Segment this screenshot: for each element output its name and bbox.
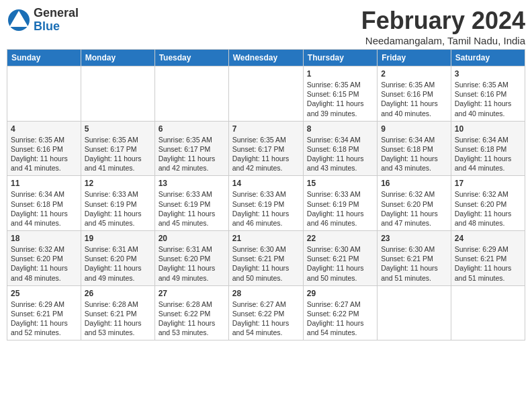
day-info: Sunrise: 6:28 AM Sunset: 6:21 PM Dayligh… xyxy=(85,300,151,338)
calendar-cell: 26Sunrise: 6:28 AM Sunset: 6:21 PM Dayli… xyxy=(81,285,154,340)
header-friday: Friday xyxy=(378,50,451,66)
day-info: Sunrise: 6:30 AM Sunset: 6:21 PM Dayligh… xyxy=(232,244,300,283)
day-number: 14 xyxy=(232,179,300,188)
calendar-cell xyxy=(451,285,525,340)
day-number: 29 xyxy=(307,289,373,298)
calendar-cell: 2Sunrise: 6:35 AM Sunset: 6:16 PM Daylig… xyxy=(378,66,451,122)
day-info: Sunrise: 6:30 AM Sunset: 6:21 PM Dayligh… xyxy=(381,244,447,283)
day-number: 9 xyxy=(381,124,447,134)
day-number: 11 xyxy=(11,179,77,188)
day-info: Sunrise: 6:35 AM Sunset: 6:16 PM Dayligh… xyxy=(381,80,447,118)
day-info: Sunrise: 6:35 AM Sunset: 6:17 PM Dayligh… xyxy=(159,135,225,173)
calendar-cell: 4Sunrise: 6:35 AM Sunset: 6:16 PM Daylig… xyxy=(7,121,81,176)
day-number: 5 xyxy=(85,124,151,134)
day-info: Sunrise: 6:34 AM Sunset: 6:18 PM Dayligh… xyxy=(455,135,521,173)
day-number: 7 xyxy=(232,124,300,134)
logo-text: General Blue xyxy=(34,7,79,34)
logo: General Blue xyxy=(7,7,79,34)
day-info: Sunrise: 6:35 AM Sunset: 6:15 PM Dayligh… xyxy=(307,80,373,118)
header-monday: Monday xyxy=(81,50,154,66)
day-number: 24 xyxy=(455,234,521,243)
logo-general: General xyxy=(34,6,79,19)
calendar-week-2: 11Sunrise: 6:34 AM Sunset: 6:18 PM Dayli… xyxy=(7,176,525,231)
calendar-cell: 7Sunrise: 6:35 AM Sunset: 6:17 PM Daylig… xyxy=(228,121,303,176)
day-number: 25 xyxy=(11,289,77,298)
calendar-cell: 6Sunrise: 6:35 AM Sunset: 6:17 PM Daylig… xyxy=(154,121,228,176)
day-number: 13 xyxy=(159,179,225,188)
day-info: Sunrise: 6:34 AM Sunset: 6:18 PM Dayligh… xyxy=(307,135,373,173)
calendar-cell: 5Sunrise: 6:35 AM Sunset: 6:17 PM Daylig… xyxy=(81,121,154,176)
calendar-week-0: 1Sunrise: 6:35 AM Sunset: 6:15 PM Daylig… xyxy=(7,66,525,122)
header-thursday: Thursday xyxy=(303,50,377,66)
day-number: 23 xyxy=(381,234,447,243)
calendar-header-row: SundayMondayTuesdayWednesdayThursdayFrid… xyxy=(7,50,525,66)
svg-rect-2 xyxy=(13,21,24,27)
day-number: 2 xyxy=(381,69,447,79)
day-info: Sunrise: 6:33 AM Sunset: 6:19 PM Dayligh… xyxy=(307,189,373,228)
day-number: 6 xyxy=(159,124,225,134)
header-sunday: Sunday xyxy=(7,50,81,66)
day-info: Sunrise: 6:35 AM Sunset: 6:16 PM Dayligh… xyxy=(455,80,521,118)
day-info: Sunrise: 6:30 AM Sunset: 6:21 PM Dayligh… xyxy=(307,244,373,283)
day-info: Sunrise: 6:31 AM Sunset: 6:20 PM Dayligh… xyxy=(85,244,151,283)
day-number: 1 xyxy=(307,69,373,79)
header-wednesday: Wednesday xyxy=(228,50,303,66)
day-info: Sunrise: 6:27 AM Sunset: 6:22 PM Dayligh… xyxy=(307,300,373,338)
day-info: Sunrise: 6:35 AM Sunset: 6:17 PM Dayligh… xyxy=(85,135,151,173)
day-number: 3 xyxy=(455,69,521,79)
day-number: 10 xyxy=(455,124,521,134)
calendar-cell: 14Sunrise: 6:33 AM Sunset: 6:19 PM Dayli… xyxy=(228,176,303,231)
day-info: Sunrise: 6:31 AM Sunset: 6:20 PM Dayligh… xyxy=(159,244,225,283)
calendar-cell xyxy=(228,66,303,122)
day-number: 19 xyxy=(85,234,151,243)
day-info: Sunrise: 6:35 AM Sunset: 6:17 PM Dayligh… xyxy=(232,135,300,173)
day-number: 17 xyxy=(455,179,521,188)
calendar-week-1: 4Sunrise: 6:35 AM Sunset: 6:16 PM Daylig… xyxy=(7,121,525,176)
calendar-cell: 24Sunrise: 6:29 AM Sunset: 6:21 PM Dayli… xyxy=(451,231,525,286)
calendar-cell: 10Sunrise: 6:34 AM Sunset: 6:18 PM Dayli… xyxy=(451,121,525,176)
day-info: Sunrise: 6:32 AM Sunset: 6:20 PM Dayligh… xyxy=(11,244,77,283)
day-info: Sunrise: 6:35 AM Sunset: 6:16 PM Dayligh… xyxy=(11,135,77,173)
day-info: Sunrise: 6:28 AM Sunset: 6:22 PM Dayligh… xyxy=(159,300,225,338)
calendar-cell: 13Sunrise: 6:33 AM Sunset: 6:19 PM Dayli… xyxy=(154,176,228,231)
calendar-cell: 20Sunrise: 6:31 AM Sunset: 6:20 PM Dayli… xyxy=(154,231,228,286)
day-number: 15 xyxy=(307,179,373,188)
day-number: 26 xyxy=(85,289,151,298)
calendar-cell: 3Sunrise: 6:35 AM Sunset: 6:16 PM Daylig… xyxy=(451,66,525,122)
calendar-cell: 16Sunrise: 6:32 AM Sunset: 6:20 PM Dayli… xyxy=(378,176,451,231)
day-number: 18 xyxy=(11,234,77,243)
day-number: 8 xyxy=(307,124,373,134)
day-info: Sunrise: 6:29 AM Sunset: 6:21 PM Dayligh… xyxy=(11,300,77,338)
calendar-cell: 18Sunrise: 6:32 AM Sunset: 6:20 PM Dayli… xyxy=(7,231,81,286)
calendar-cell: 28Sunrise: 6:27 AM Sunset: 6:22 PM Dayli… xyxy=(228,285,303,340)
calendar-cell: 19Sunrise: 6:31 AM Sunset: 6:20 PM Dayli… xyxy=(81,231,154,286)
day-info: Sunrise: 6:32 AM Sunset: 6:20 PM Dayligh… xyxy=(381,189,447,228)
day-info: Sunrise: 6:34 AM Sunset: 6:18 PM Dayligh… xyxy=(11,189,77,228)
calendar-cell: 11Sunrise: 6:34 AM Sunset: 6:18 PM Dayli… xyxy=(7,176,81,231)
day-number: 12 xyxy=(85,179,151,188)
day-number: 21 xyxy=(232,234,300,243)
calendar-cell xyxy=(81,66,154,122)
calendar-cell: 23Sunrise: 6:30 AM Sunset: 6:21 PM Dayli… xyxy=(378,231,451,286)
calendar-cell xyxy=(378,285,451,340)
day-number: 16 xyxy=(381,179,447,188)
day-info: Sunrise: 6:32 AM Sunset: 6:20 PM Dayligh… xyxy=(455,189,521,228)
day-number: 28 xyxy=(232,289,300,298)
day-info: Sunrise: 6:29 AM Sunset: 6:21 PM Dayligh… xyxy=(455,244,521,283)
location-subtitle: Needamangalam, Tamil Nadu, India xyxy=(361,35,525,46)
calendar-cell: 29Sunrise: 6:27 AM Sunset: 6:22 PM Dayli… xyxy=(303,285,377,340)
calendar-cell: 15Sunrise: 6:33 AM Sunset: 6:19 PM Dayli… xyxy=(303,176,377,231)
calendar-week-4: 25Sunrise: 6:29 AM Sunset: 6:21 PM Dayli… xyxy=(7,285,525,340)
month-title: February 2024 xyxy=(361,7,525,35)
title-area: February 2024 Needamangalam, Tamil Nadu,… xyxy=(361,7,525,46)
day-info: Sunrise: 6:33 AM Sunset: 6:19 PM Dayligh… xyxy=(85,189,151,228)
calendar-cell: 8Sunrise: 6:34 AM Sunset: 6:18 PM Daylig… xyxy=(303,121,377,176)
logo-blue: Blue xyxy=(34,19,60,33)
day-number: 4 xyxy=(11,124,77,134)
day-info: Sunrise: 6:33 AM Sunset: 6:19 PM Dayligh… xyxy=(159,189,225,228)
calendar-table: SundayMondayTuesdayWednesdayThursdayFrid… xyxy=(7,49,525,340)
day-info: Sunrise: 6:34 AM Sunset: 6:18 PM Dayligh… xyxy=(381,135,447,173)
page-header: General Blue February 2024 Needamangalam… xyxy=(7,7,525,46)
calendar-cell: 9Sunrise: 6:34 AM Sunset: 6:18 PM Daylig… xyxy=(378,121,451,176)
calendar-cell xyxy=(7,66,81,122)
